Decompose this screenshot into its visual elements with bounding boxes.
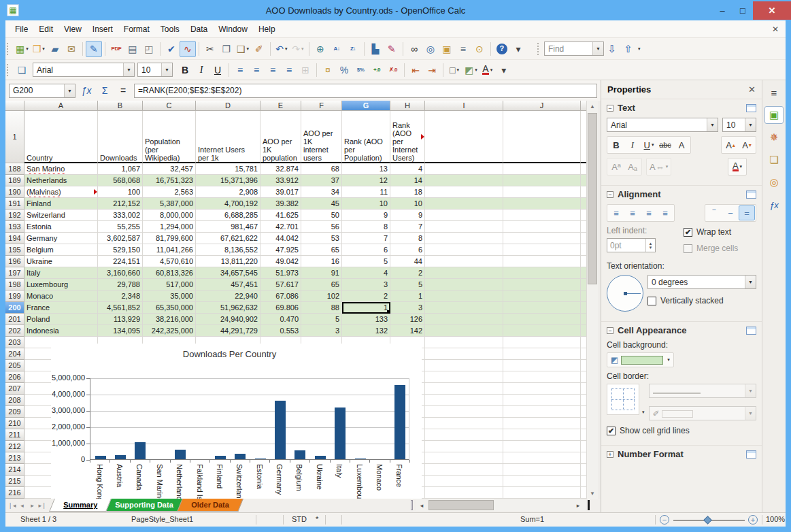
toolbar-overflow-icon[interactable]: ▾ bbox=[638, 46, 641, 52]
cell[interactable]: 100 bbox=[98, 186, 143, 198]
bold-icon[interactable]: B bbox=[608, 137, 624, 152]
row-header-192[interactable]: 192 bbox=[5, 210, 24, 221]
cell[interactable]: 47.925 bbox=[260, 244, 301, 256]
sheet-tab-older-data[interactable]: Older Data bbox=[177, 499, 243, 512]
cell[interactable]: 16 bbox=[301, 256, 342, 267]
hyperlink-icon[interactable]: ⊕ bbox=[312, 41, 329, 57]
empty-cell[interactable] bbox=[425, 198, 503, 210]
empty-cell[interactable] bbox=[581, 441, 586, 452]
empty-cell[interactable] bbox=[581, 256, 586, 267]
empty-cell[interactable] bbox=[503, 337, 581, 348]
menu-insert[interactable]: Insert bbox=[87, 22, 118, 37]
page-preview-icon[interactable]: ◰ bbox=[141, 41, 157, 57]
empty-cell[interactable] bbox=[503, 371, 581, 383]
header-cell[interactable]: Downloads bbox=[98, 111, 143, 163]
chevron-down-icon[interactable]: ▾ bbox=[642, 410, 645, 415]
cell[interactable]: 242,325,000 bbox=[143, 325, 196, 337]
empty-cell[interactable] bbox=[425, 360, 503, 371]
cell[interactable]: 53 bbox=[301, 233, 342, 244]
cell[interactable]: 568,068 bbox=[98, 175, 143, 186]
empty-cell[interactable] bbox=[581, 163, 586, 175]
cell[interactable]: 3 bbox=[301, 325, 342, 337]
cell[interactable]: 50 bbox=[301, 210, 342, 221]
print-icon[interactable]: ▤ bbox=[124, 41, 141, 57]
close-document-icon[interactable]: ✕ bbox=[772, 24, 779, 34]
cell[interactable]: 7 bbox=[390, 221, 425, 233]
row-header-212[interactable]: 212 bbox=[5, 441, 24, 452]
cell[interactable]: 6 bbox=[342, 244, 390, 256]
empty-cell[interactable] bbox=[425, 418, 503, 429]
header-cell[interactable]: Country bbox=[24, 111, 98, 163]
cell[interactable]: 8 bbox=[342, 221, 390, 233]
chevron-down-icon[interactable]: ▾ bbox=[285, 46, 288, 51]
cell[interactable]: 2 bbox=[390, 267, 425, 279]
stepper-arrows-icon[interactable]: ▲▼ bbox=[645, 239, 655, 252]
toolbar-grip[interactable] bbox=[7, 64, 11, 76]
column-header-A[interactable]: A bbox=[24, 101, 98, 111]
empty-cell[interactable] bbox=[503, 429, 581, 441]
empty-cell[interactable] bbox=[503, 267, 581, 279]
status-page-style[interactable]: PageStyle_Sheet1 bbox=[131, 515, 193, 523]
chart-object[interactable]: Downloads Per Country01,000,0002,000,000… bbox=[51, 344, 422, 499]
empty-cell[interactable] bbox=[581, 337, 586, 348]
cell-background-button[interactable]: ◩ ▾ bbox=[607, 352, 674, 367]
empty-cell[interactable] bbox=[503, 383, 581, 395]
section-alignment-header[interactable]: − Alignment bbox=[601, 185, 762, 201]
bold-icon[interactable]: B bbox=[177, 62, 193, 78]
cell[interactable]: Belgium bbox=[24, 244, 98, 256]
cell[interactable]: San Marino bbox=[24, 163, 98, 175]
empty-cell[interactable] bbox=[581, 487, 586, 499]
cell[interactable]: 517,000 bbox=[143, 279, 196, 290]
cell[interactable]: 33.912 bbox=[260, 175, 301, 186]
styles-tab-icon[interactable]: ✵ bbox=[764, 129, 784, 146]
menu-format[interactable]: Format bbox=[118, 22, 155, 37]
status-zoom-level[interactable]: 100% bbox=[766, 515, 785, 523]
background-color-icon[interactable]: ◩▾ bbox=[462, 62, 479, 78]
empty-cell[interactable] bbox=[425, 371, 503, 383]
menu-edit[interactable]: Edit bbox=[33, 22, 58, 37]
chevron-down-icon[interactable]: ▾ bbox=[456, 67, 459, 72]
open-icon[interactable]: ❒▾ bbox=[31, 41, 47, 57]
cell[interactable]: 10 bbox=[342, 198, 390, 210]
cell[interactable]: 38,216,000 bbox=[143, 314, 196, 325]
empty-cell[interactable] bbox=[503, 244, 581, 256]
cell[interactable]: 134,095 bbox=[98, 325, 143, 337]
chevron-down-icon[interactable]: ▾ bbox=[740, 164, 743, 169]
menu-window[interactable]: Window bbox=[213, 22, 253, 37]
empty-cell[interactable] bbox=[581, 395, 586, 406]
cell[interactable]: 65 bbox=[301, 244, 342, 256]
auto-spellcheck-icon[interactable]: ∿ bbox=[180, 41, 196, 57]
empty-cell[interactable] bbox=[503, 348, 581, 360]
empty-cell[interactable] bbox=[581, 267, 586, 279]
empty-cell[interactable] bbox=[581, 429, 586, 441]
cell[interactable]: 6,688,285 bbox=[196, 210, 260, 221]
find-previous-button[interactable]: ⇧ bbox=[620, 41, 637, 57]
chevron-down-icon[interactable]: ▾ bbox=[246, 46, 249, 51]
cell[interactable]: 39.382 bbox=[260, 198, 301, 210]
column-header-I[interactable]: I bbox=[425, 101, 503, 111]
cell[interactable]: 4,700,192 bbox=[196, 198, 260, 210]
cell[interactable]: 3 bbox=[342, 279, 390, 290]
dialog-launcher-icon[interactable] bbox=[746, 327, 756, 335]
empty-cell[interactable] bbox=[503, 186, 581, 198]
toolbar-overflow-icon[interactable]: ▾ bbox=[496, 62, 512, 78]
edit-file-icon[interactable]: ✎ bbox=[86, 41, 102, 57]
find-replace-icon[interactable]: ∞ bbox=[406, 41, 422, 57]
find-next-button[interactable]: ⇩ bbox=[604, 41, 620, 57]
cell[interactable]: 457,451 bbox=[196, 279, 260, 290]
cell[interactable]: Italy bbox=[24, 267, 98, 279]
row-header-191[interactable]: 191 bbox=[5, 198, 24, 210]
navigator-icon[interactable]: ◎ bbox=[422, 41, 439, 57]
row-header-202[interactable]: 202 bbox=[5, 325, 24, 337]
cell[interactable]: 41.625 bbox=[260, 210, 301, 221]
cell[interactable]: 32.874 bbox=[260, 163, 301, 175]
row-header-195[interactable]: 195 bbox=[5, 244, 24, 256]
empty-cell[interactable] bbox=[581, 360, 586, 371]
row-header-199[interactable]: 199 bbox=[5, 290, 24, 302]
align-left-icon[interactable]: ≡ bbox=[232, 62, 248, 78]
cell[interactable]: 1,067 bbox=[98, 163, 143, 175]
empty-cell[interactable] bbox=[503, 487, 581, 499]
tab-area-divider[interactable] bbox=[411, 500, 413, 510]
cell[interactable]: 57.617 bbox=[260, 279, 301, 290]
empty-cell[interactable] bbox=[581, 244, 586, 256]
